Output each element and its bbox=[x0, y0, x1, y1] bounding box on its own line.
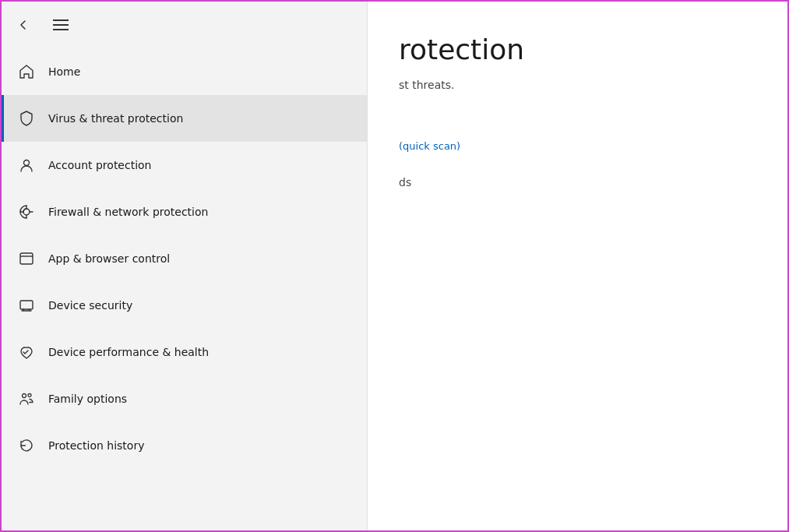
page-subtitle: st threats. bbox=[399, 79, 756, 91]
page-title: rotection bbox=[399, 33, 756, 66]
nav-list: Home Virus & threat protection bbox=[2, 42, 367, 530]
quick-scan-label[interactable]: (quick scan) bbox=[399, 140, 460, 152]
hamburger-line-2 bbox=[53, 24, 69, 26]
sidebar-top bbox=[2, 2, 367, 42]
sidebar-item-label-device-security: Device security bbox=[48, 299, 132, 312]
sidebar-item-label-firewall: Firewall & network protection bbox=[48, 206, 208, 218]
sidebar: Home Virus & threat protection bbox=[2, 2, 368, 530]
back-button[interactable] bbox=[14, 16, 33, 34]
sidebar-item-firewall[interactable]: Firewall & network protection bbox=[2, 188, 367, 235]
page-title-text: rotection bbox=[399, 33, 524, 65]
sidebar-item-device-security[interactable]: Device security bbox=[2, 282, 367, 329]
hamburger-line-1 bbox=[53, 19, 69, 21]
sidebar-item-app-browser[interactable]: App & browser control bbox=[2, 235, 367, 282]
hamburger-line-3 bbox=[53, 29, 69, 30]
main-content: rotection st threats. (quick scan) ds bbox=[368, 2, 787, 530]
svg-rect-2 bbox=[20, 253, 33, 264]
app-icon bbox=[17, 249, 36, 268]
shield-icon bbox=[17, 109, 36, 128]
sidebar-item-home[interactable]: Home bbox=[2, 48, 367, 95]
sidebar-item-label-family: Family options bbox=[48, 393, 127, 405]
scan-section: (quick scan) bbox=[399, 138, 756, 153]
sidebar-item-protection-history[interactable]: Protection history bbox=[2, 422, 367, 469]
sidebar-item-label-device-health: Device performance & health bbox=[48, 346, 209, 358]
partial-content: ds bbox=[399, 176, 756, 188]
family-icon bbox=[17, 389, 36, 408]
app-container: Home Virus & threat protection bbox=[2, 2, 787, 530]
sidebar-item-device-health[interactable]: Device performance & health bbox=[2, 329, 367, 375]
sidebar-item-label-account: Account protection bbox=[48, 159, 152, 171]
sidebar-item-family[interactable]: Family options bbox=[2, 375, 367, 422]
sidebar-item-label-app-browser: App & browser control bbox=[48, 252, 170, 265]
svg-point-4 bbox=[23, 394, 26, 398]
sidebar-item-label-protection-history: Protection history bbox=[48, 439, 144, 452]
sidebar-item-label-home: Home bbox=[48, 65, 80, 78]
home-icon bbox=[17, 62, 36, 81]
svg-point-0 bbox=[24, 160, 30, 166]
svg-point-5 bbox=[28, 394, 31, 397]
hamburger-button[interactable] bbox=[48, 16, 73, 33]
history-icon bbox=[17, 436, 36, 455]
partial-text: ds bbox=[399, 176, 411, 188]
account-icon bbox=[17, 156, 36, 174]
sidebar-item-label-virus: Virus & threat protection bbox=[48, 112, 183, 125]
firewall-icon bbox=[17, 203, 36, 221]
svg-rect-3 bbox=[20, 301, 33, 309]
sidebar-item-virus[interactable]: Virus & threat protection bbox=[2, 95, 367, 142]
subtitle-text: st threats. bbox=[399, 79, 454, 91]
device-security-icon bbox=[17, 296, 36, 315]
sidebar-item-account[interactable]: Account protection bbox=[2, 142, 367, 188]
health-icon bbox=[17, 343, 36, 361]
